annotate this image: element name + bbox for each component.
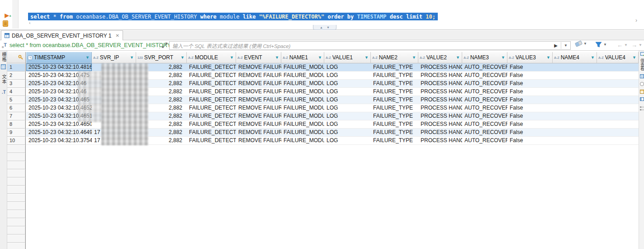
sort-dropdown-icon[interactable]: ▼ (130, 55, 134, 60)
cell-value3[interactable]: False (507, 88, 553, 96)
filters-button[interactable]: ▼ (595, 41, 607, 48)
previous-page-button[interactable]: ← ▼ (617, 42, 628, 48)
cell-name3[interactable]: AUTO_RECOVER (462, 120, 507, 128)
execute-statement-icon[interactable]: ▶+ (3, 12, 10, 19)
row-number-6[interactable]: 6 (7, 104, 25, 112)
empty-row-cell[interactable] (7, 145, 25, 153)
cell-value3[interactable]: False (507, 72, 553, 79)
cell-value4[interactable] (597, 88, 639, 96)
cell-name1[interactable]: FAILURE_MODULE (281, 63, 324, 71)
cell-name2[interactable]: FAILURE_TYPE (371, 137, 418, 144)
cell-event[interactable]: REMOVE FAILURE (236, 72, 281, 79)
cell-module[interactable]: FAILURE_DETECTOR (187, 63, 236, 71)
cell-name1[interactable]: FAILURE_MODULE (281, 129, 324, 136)
cell-name1[interactable]: FAILURE_MODULE (281, 72, 324, 79)
sort-dropdown-icon[interactable]: ▼ (180, 55, 185, 60)
cell-name2[interactable]: FAILURE_TYPE (371, 88, 418, 96)
cell-name2[interactable]: FAILURE_TYPE (371, 96, 418, 104)
column-header-value3[interactable]: A-ZVALUE3▼ (507, 52, 553, 63)
calculator-panel-icon[interactable] (639, 90, 644, 94)
cell-module[interactable]: FAILURE_DETECTOR (187, 120, 236, 128)
cell-value1[interactable]: LOG (324, 96, 371, 104)
cell-name4[interactable] (553, 80, 597, 87)
sort-dropdown-icon[interactable]: ▼ (501, 55, 506, 60)
cell-value3[interactable]: False (507, 63, 553, 71)
column-header-name4[interactable]: A-ZNAME4▼ (553, 52, 597, 63)
row-number-10[interactable]: 10 (7, 137, 25, 145)
cell-name3[interactable]: AUTO_RECOVER (462, 104, 507, 112)
cell-value1[interactable]: LOG (324, 104, 371, 112)
empty-row-cell[interactable] (7, 243, 25, 249)
cell-name4[interactable] (553, 88, 597, 96)
panel-layout-icon[interactable] (639, 97, 644, 101)
empty-row-cell[interactable] (7, 210, 25, 218)
panels-toggle-icon[interactable] (639, 52, 644, 56)
row-number-2[interactable]: 2 (7, 72, 25, 80)
cell-value1[interactable]: LOG (324, 137, 371, 144)
cell-value3[interactable]: False (507, 80, 553, 87)
cell-name3[interactable]: AUTO_RECOVER (462, 112, 507, 120)
column-header-value4[interactable]: A-ZVALUE4▼ (597, 52, 639, 63)
cell-name2[interactable]: FAILURE_TYPE (371, 63, 418, 71)
cell-name1[interactable]: FAILURE_MODULE (281, 120, 324, 128)
sort-dropdown-icon[interactable]: ▼ (546, 55, 551, 60)
empty-row-cell[interactable] (7, 202, 25, 210)
clear-filter-button[interactable]: ▼ (575, 42, 587, 46)
cell-name1[interactable]: FAILURE_MODULE (281, 112, 324, 120)
sort-dropdown-icon[interactable]: ▼ (456, 55, 460, 60)
empty-row-cell[interactable] (7, 177, 25, 186)
cell-module[interactable]: FAILURE_DETECTOR (187, 72, 236, 79)
cell-value2[interactable]: PROCESS HANG (418, 120, 462, 128)
cell-value2[interactable]: PROCESS HANG (418, 72, 462, 79)
cell-module[interactable]: FAILURE_DETECTOR (187, 129, 236, 136)
cell-event[interactable]: REMOVE FAILURE (236, 96, 281, 104)
cell-value4[interactable] (597, 112, 639, 120)
dropdown-icon[interactable]: ▼ (639, 43, 642, 47)
cell-module[interactable]: FAILURE_DETECTOR (187, 104, 236, 112)
cell-name4[interactable] (553, 112, 597, 120)
sort-dropdown-icon[interactable]: ▼ (275, 55, 279, 60)
sort-dropdown-icon[interactable]: ▼ (412, 55, 417, 60)
cell-value4[interactable] (597, 80, 639, 87)
close-icon[interactable]: ✕ (116, 33, 119, 38)
cell-name4[interactable] (553, 72, 597, 79)
value-viewer-panel-tab[interactable]: 值查看 (639, 58, 644, 71)
cell-name4[interactable] (553, 96, 597, 104)
cell-name1[interactable]: FAILURE_MODULE (281, 137, 324, 144)
sort-dropdown-icon[interactable]: ▼ (230, 55, 234, 60)
cell-module[interactable]: FAILURE_DETECTOR (187, 112, 236, 120)
cell-name2[interactable]: FAILURE_TYPE (371, 72, 418, 79)
cell-timestamp[interactable]: 2025-10-23 04:32:10.464964 (26, 129, 92, 136)
dropdown-icon[interactable]: ▼ (603, 43, 607, 47)
cell-name4[interactable] (553, 137, 597, 144)
empty-row-cell[interactable] (7, 169, 25, 177)
cell-event[interactable]: REMOVE FAILURE (236, 137, 281, 144)
cell-name3[interactable]: AUTO_RECOVER (462, 137, 507, 144)
metadata-icon[interactable] (639, 109, 644, 110)
cell-event[interactable]: REMOVE FAILURE (236, 63, 281, 71)
sort-dropdown-icon[interactable]: ▼ (85, 55, 90, 60)
cell-name4[interactable] (553, 104, 597, 112)
column-header-svr_port[interactable]: 123SVR_PORT▼ (136, 52, 187, 63)
column-header-value1[interactable]: A-ZVALUE1▼ (324, 52, 371, 63)
column-header-event[interactable]: A-ZEVENT▼ (236, 52, 281, 63)
cell-event[interactable]: REMOVE FAILURE (236, 112, 281, 120)
cell-value2[interactable]: PROCESS HANG (418, 137, 462, 144)
empty-row-cell[interactable] (7, 218, 25, 226)
sql-editor[interactable]: ▶+ select * from oceanbase.DBA_OB_SERVER… (0, 0, 644, 30)
row-number-7[interactable]: 7 (7, 112, 25, 120)
cell-timestamp[interactable]: 2025-10-23 04:32:10.375451 (26, 137, 92, 144)
cell-value2[interactable]: PROCESS HANG (418, 112, 462, 120)
cell-value3[interactable]: False (507, 120, 553, 128)
column-header-value2[interactable]: A-ZVALUE2▼ (418, 52, 462, 63)
cell-event[interactable]: REMOVE FAILURE (236, 80, 281, 87)
cell-name1[interactable]: FAILURE_MODULE (281, 96, 324, 104)
grid-panel-icon[interactable] (639, 74, 644, 78)
cell-value1[interactable]: LOG (324, 129, 371, 136)
cell-value4[interactable] (597, 120, 639, 128)
metadata-icon[interactable] (639, 106, 644, 108)
cell-name3[interactable]: AUTO_RECOVER (462, 63, 507, 71)
grid-corner-cell[interactable] (7, 52, 25, 63)
next-page-button[interactable]: → ▼ (631, 42, 642, 48)
empty-row-cell[interactable] (7, 186, 25, 194)
